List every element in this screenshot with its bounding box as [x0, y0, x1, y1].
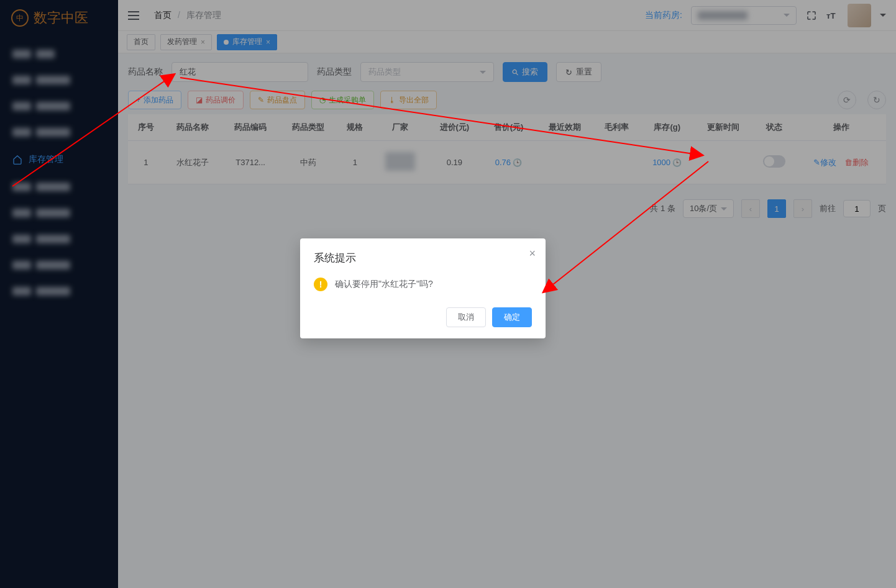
cancel-button[interactable]: 取消 [446, 307, 486, 327]
dialog-title: 系统提示 [314, 251, 532, 265]
dialog-message: 确认要停用"水红花子"吗? [335, 279, 433, 290]
dialog-footer: 取消 确定 [314, 307, 532, 327]
warning-icon: ! [314, 278, 327, 291]
close-icon[interactable]: × [529, 247, 536, 260]
dialog-body: ! 确认要停用"水红花子"吗? [314, 278, 532, 291]
confirm-dialog: 系统提示 × ! 确认要停用"水红花子"吗? 取消 确定 [300, 238, 546, 338]
confirm-button[interactable]: 确定 [492, 307, 532, 327]
